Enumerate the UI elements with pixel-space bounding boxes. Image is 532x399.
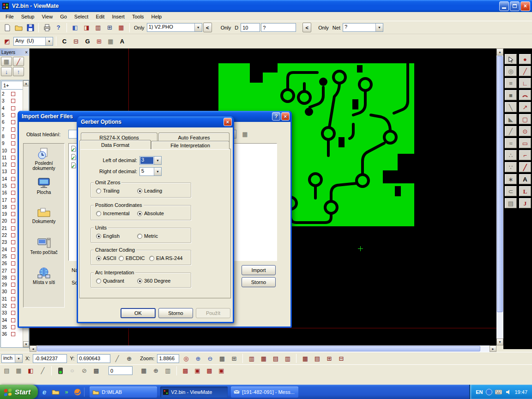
points-tool-button[interactable]: ∴: [505, 150, 517, 160]
close-icon[interactable]: ×: [25, 50, 28, 55]
sketch-button[interactable]: ╱: [37, 365, 48, 376]
layer-color-swatch[interactable]: [11, 141, 15, 145]
radio-quadrant[interactable]: Quadrant: [96, 278, 124, 284]
units-combo[interactable]: inch ▼: [1, 354, 23, 363]
chevron-down-icon[interactable]: ▼: [45, 37, 53, 45]
layer-color-swatch[interactable]: [11, 163, 15, 167]
restore-button[interactable]: [510, 1, 520, 11]
zoom-in-button[interactable]: ⊕: [193, 353, 203, 364]
view-menu-button[interactable]: ▦: [240, 129, 250, 139]
film-view-button-7[interactable]: ⊞: [324, 353, 334, 364]
chevron-down-icon[interactable]: ▼: [375, 24, 383, 31]
film-view-button-3[interactable]: ▤: [270, 353, 281, 364]
open-button[interactable]: [13, 22, 24, 33]
red-pattern-button-3[interactable]: ▩: [204, 365, 215, 376]
layer-color-swatch[interactable]: [11, 311, 15, 315]
layer-color-swatch[interactable]: [11, 233, 15, 237]
menu-item[interactable]: Edit: [92, 13, 108, 20]
pattern-select-button[interactable]: ▦: [105, 36, 116, 47]
slope-tool-button[interactable]: ╱: [505, 126, 517, 136]
flip-tool-button[interactable]: ⌐: [519, 150, 531, 160]
layer-color-swatch[interactable]: [11, 205, 15, 209]
matrix-button-2[interactable]: ⊕: [151, 365, 161, 376]
y-coordinate-field[interactable]: 0.690643: [77, 354, 110, 363]
component-select-button[interactable]: C: [59, 36, 70, 47]
layer-up-button[interactable]: ↑: [13, 67, 24, 76]
layer-color-swatch[interactable]: [11, 212, 15, 216]
task-mlab[interactable]: D:\MLAB: [90, 387, 157, 398]
matrix-button-3[interactable]: ▥: [163, 365, 173, 376]
pad-filter-button[interactable]: ⊞: [104, 22, 115, 33]
layer-color-swatch[interactable]: [11, 219, 15, 223]
layer-color-swatch[interactable]: [11, 99, 15, 103]
aperture-select-button[interactable]: ⊞: [94, 36, 104, 47]
radio-trailing[interactable]: Trailing: [96, 188, 120, 193]
minimize-button[interactable]: [499, 1, 509, 11]
layer-color-swatch[interactable]: [11, 106, 15, 110]
layer-color-swatch[interactable]: [11, 297, 15, 301]
layer-color-swatch[interactable]: [11, 261, 15, 266]
close-button[interactable]: ×: [520, 1, 530, 11]
tab-auto-features[interactable]: Auto Features: [158, 133, 230, 142]
menu-item[interactable]: Help: [148, 13, 166, 20]
layer-color-swatch[interactable]: [11, 283, 15, 287]
vscroll-thumb[interactable]: [497, 56, 503, 312]
layer-color-swatch[interactable]: [11, 269, 15, 273]
clock[interactable]: 19:47: [514, 389, 527, 395]
arc-tool-button[interactable]: [519, 90, 531, 100]
red-pattern-button-2[interactable]: ▣: [192, 365, 203, 376]
save-button[interactable]: [25, 22, 36, 33]
group-select-button[interactable]: G: [82, 36, 93, 47]
canvas-vscrollbar[interactable]: ▲ ▼: [496, 48, 503, 345]
radio-absolute[interactable]: Absolute: [137, 211, 164, 216]
clear-filter-button[interactable]: ◨: [81, 22, 92, 33]
dcode-status-field[interactable]: 0: [109, 366, 133, 375]
layer-color-swatch[interactable]: [11, 198, 15, 202]
matrix-button-1[interactable]: ▦: [139, 365, 149, 376]
radio-ebcdic[interactable]: EBCDIC: [119, 255, 145, 261]
rectangle-tool-button[interactable]: ▭: [519, 138, 531, 148]
no-dcode-button[interactable]: ⊘: [79, 365, 90, 376]
zoom-field[interactable]: 1.8866: [157, 354, 179, 363]
volume-tray-icon[interactable]: [505, 388, 512, 395]
chevron-down-icon[interactable]: ▼: [154, 168, 161, 175]
radio-metric[interactable]: Metric: [137, 233, 158, 239]
radio-ascii[interactable]: ASCII: [96, 255, 116, 261]
chevron-down-icon[interactable]: ▼: [154, 157, 161, 164]
layer-color-swatch[interactable]: [11, 127, 15, 132]
film-view-button-2[interactable]: ▦: [258, 353, 269, 364]
prev-layer-button[interactable]: <: [203, 23, 212, 32]
place-desktop[interactable]: Plocha: [24, 174, 64, 204]
zoom-out-button[interactable]: ⊖: [205, 353, 215, 364]
grid-toggle-button[interactable]: ▦: [217, 353, 227, 364]
layer-color-swatch[interactable]: [11, 156, 15, 160]
language-indicator[interactable]: EN: [476, 389, 483, 395]
layer-color-swatch[interactable]: [11, 290, 15, 294]
layer-color-swatch[interactable]: [11, 177, 15, 181]
net-select-combo[interactable]: ? ▼: [343, 23, 383, 32]
layer-down-button[interactable]: ↓: [1, 67, 12, 76]
place-my-computer[interactable]: Tento počítač: [24, 234, 64, 264]
tab-file-interpretation[interactable]: File Interpretation: [151, 141, 230, 149]
layer-color-swatch[interactable]: [11, 248, 15, 252]
text-tool-button[interactable]: A: [519, 174, 531, 184]
radio-360-degree[interactable]: 360 Degree: [137, 278, 171, 284]
select-tool-button[interactable]: [505, 54, 517, 64]
scroll-left-icon[interactable]: ◄: [30, 345, 36, 352]
red-pattern-button-4[interactable]: ▣: [216, 365, 227, 376]
layer-row[interactable]: 2: [1, 91, 23, 97]
settings-tool-button[interactable]: ∗: [505, 174, 517, 184]
red-pattern-button-1[interactable]: ▩: [180, 365, 191, 376]
layer-edit-button[interactable]: ╱: [13, 57, 24, 66]
layer-color-swatch[interactable]: [11, 276, 15, 280]
place-network[interactable]: Místa v síti: [24, 264, 64, 294]
quicklaunch-ie-button[interactable]: e: [40, 387, 49, 397]
place-documents[interactable]: Dokumenty: [24, 204, 64, 234]
menu-item[interactable]: Insert: [108, 13, 128, 20]
grid-dots-button[interactable]: ▩: [91, 365, 102, 376]
grid-style-button-2[interactable]: ▦: [13, 365, 24, 376]
mirror-tool-button[interactable]: ╲: [505, 102, 517, 112]
radio-eia-rs244[interactable]: EIA RS-244: [149, 255, 182, 261]
curve-tool-button[interactable]: ≈: [505, 138, 517, 148]
menu-item[interactable]: View: [38, 13, 56, 20]
